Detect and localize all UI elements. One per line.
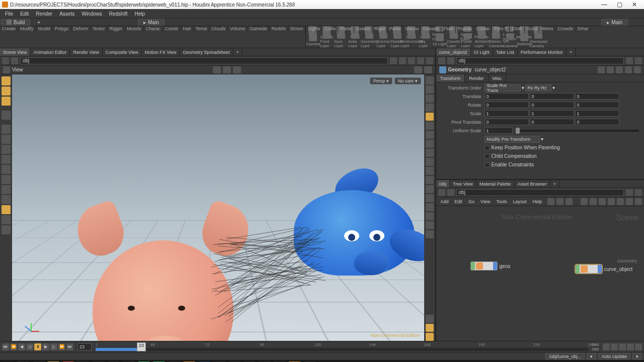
tool-h[interactable] — [2, 195, 11, 204]
shelf-tab[interactable]: Muscle — [125, 26, 144, 33]
maximize-button[interactable]: ▢ — [612, 0, 627, 9]
tl-opt5[interactable] — [635, 343, 642, 350]
snap-3[interactable] — [233, 66, 241, 73]
help-icon[interactable] — [625, 66, 632, 73]
vp-opt-2[interactable] — [424, 66, 432, 73]
disp-j[interactable] — [426, 158, 434, 166]
path-pin-rt[interactable] — [626, 57, 633, 64]
shelf-tool[interactable]: Volume Light — [376, 33, 390, 48]
tab-asset-browser[interactable]: Asset Browser — [515, 180, 550, 188]
range-end-bot[interactable]: 240 — [592, 347, 599, 351]
tool-g[interactable] — [2, 185, 11, 194]
shelf-tab[interactable]: Model — [36, 26, 53, 33]
shelf-tool[interactable]: Gamepad Camera — [531, 33, 545, 48]
gear-icon[interactable] — [598, 66, 605, 73]
shelf-tab[interactable]: Modify — [18, 26, 36, 33]
tool-a[interactable] — [2, 125, 11, 134]
net-b8[interactable] — [617, 198, 624, 205]
status-path[interactable]: /obj/curve_obj... — [545, 353, 585, 359]
rotate-x[interactable] — [485, 102, 529, 108]
tab-gi-light[interactable]: GI Light — [471, 48, 494, 56]
net-b10[interactable] — [635, 198, 642, 205]
menu-edit[interactable]: Edit — [17, 11, 32, 17]
tab-motion-fx[interactable]: Motion FX View — [142, 48, 180, 56]
disp-r[interactable] — [426, 230, 434, 238]
param-opt2[interactable] — [607, 66, 614, 73]
path-input-left[interactable] — [20, 57, 388, 64]
tool-e[interactable] — [2, 165, 11, 174]
shelf-tab[interactable]: Create — [0, 26, 18, 33]
disp-b[interactable] — [426, 85, 434, 94]
tl-play-rev[interactable]: ◁ — [26, 343, 33, 350]
tab-render-view[interactable]: Render View — [70, 48, 102, 56]
node-geos[interactable]: geos — [470, 261, 511, 270]
shelf-tab[interactable]: Gamede — [248, 26, 270, 33]
disp-f[interactable] — [426, 122, 434, 130]
shelf-tab[interactable]: Constr — [163, 26, 181, 33]
shelf-tool[interactable]: GI Light — [433, 33, 447, 48]
shelf-tool[interactable]: Portal Light — [461, 33, 475, 48]
tab-transform[interactable]: Transform — [436, 74, 465, 82]
menu-help[interactable]: Help — [131, 11, 148, 17]
scale-y[interactable] — [530, 110, 574, 117]
snap-1[interactable] — [213, 66, 221, 73]
tool-j[interactable] — [2, 215, 11, 224]
menu-assets[interactable]: Assets — [56, 11, 77, 17]
pivot-y[interactable] — [530, 119, 574, 125]
shelf-tool[interactable]: Stereo Camera — [489, 33, 503, 48]
tl-last[interactable]: ⏭ — [66, 343, 73, 350]
net-go[interactable]: Go — [466, 199, 477, 204]
tool-b[interactable] — [2, 135, 11, 144]
disp-i[interactable] — [426, 149, 434, 157]
cb-keeppos[interactable] — [485, 145, 490, 150]
sel-rot-order[interactable]: Rx Ry Rz — [525, 84, 551, 92]
info-icon[interactable] — [634, 66, 641, 73]
path-opt3[interactable] — [417, 57, 424, 64]
tab-geo-spread[interactable]: Geometry Spreadsheet — [180, 48, 233, 56]
disp-opt[interactable] — [426, 324, 434, 332]
viewport-3d[interactable]: Persp ▾ No cam ▾ — [12, 74, 424, 341]
tab-composite[interactable]: Composite View — [103, 48, 142, 56]
desktop-main-left[interactable]: ▸ Main — [138, 19, 165, 26]
shelf-tab[interactable]: Volume — [228, 26, 248, 33]
status-s2[interactable]: ▾ — [632, 353, 642, 359]
shelf-tab[interactable]: Solid — [525, 26, 539, 33]
shelf-tool[interactable]: Spot Light — [334, 33, 348, 48]
disp-n[interactable] — [426, 194, 434, 202]
menu-file[interactable]: File — [2, 11, 16, 17]
shelf-tool[interactable]: Camera — [306, 33, 320, 48]
disp-shade[interactable] — [426, 333, 434, 341]
tool-k[interactable] — [2, 225, 11, 234]
menu-redshift[interactable]: Redshift — [106, 11, 131, 17]
shelf-tool[interactable]: Sky Light — [419, 33, 433, 48]
tab-take-list[interactable]: Take List — [493, 48, 518, 56]
pivot-x[interactable] — [485, 119, 529, 125]
shelf-tab[interactable]: Textur — [91, 26, 108, 33]
net-layout[interactable]: Layout — [510, 199, 529, 204]
network-view[interactable]: Non-Commercial Edition Scene Geometry ge… — [436, 206, 644, 341]
tool-c[interactable] — [2, 145, 11, 154]
vp-opt-1[interactable] — [414, 66, 422, 73]
tl-pause[interactable]: ⏸ — [34, 343, 41, 350]
nav-home[interactable] — [11, 57, 18, 64]
tool-region[interactable] — [2, 97, 11, 106]
translate-x[interactable] — [485, 93, 529, 100]
shelf-tab[interactable]: Lights — [306, 26, 323, 33]
net-back[interactable] — [438, 189, 445, 196]
nav-home-rt[interactable] — [447, 57, 454, 64]
shelf-tab[interactable]: Drive — [576, 26, 591, 33]
tab-perf-mon[interactable]: Performance Monitor — [518, 48, 567, 56]
tl-opt1[interactable] — [603, 343, 610, 350]
shelf-tab[interactable]: Oceans — [421, 26, 441, 33]
disp-h[interactable] — [426, 140, 434, 148]
pretransform-menu[interactable]: Modify Pre-Transform — [485, 136, 540, 143]
shelf-tab[interactable]: Hair — [181, 26, 194, 33]
disp-o[interactable] — [426, 203, 434, 211]
net-edit[interactable]: Edit — [452, 199, 465, 204]
close-button[interactable]: ✕ — [627, 0, 642, 9]
disp-k[interactable] — [426, 167, 434, 175]
shelf-tab[interactable]: Rigid — [372, 26, 387, 33]
tab-render[interactable]: Render — [465, 74, 489, 82]
menu-render[interactable]: Render — [33, 11, 55, 17]
shelf-tab[interactable]: Partic — [387, 26, 403, 33]
